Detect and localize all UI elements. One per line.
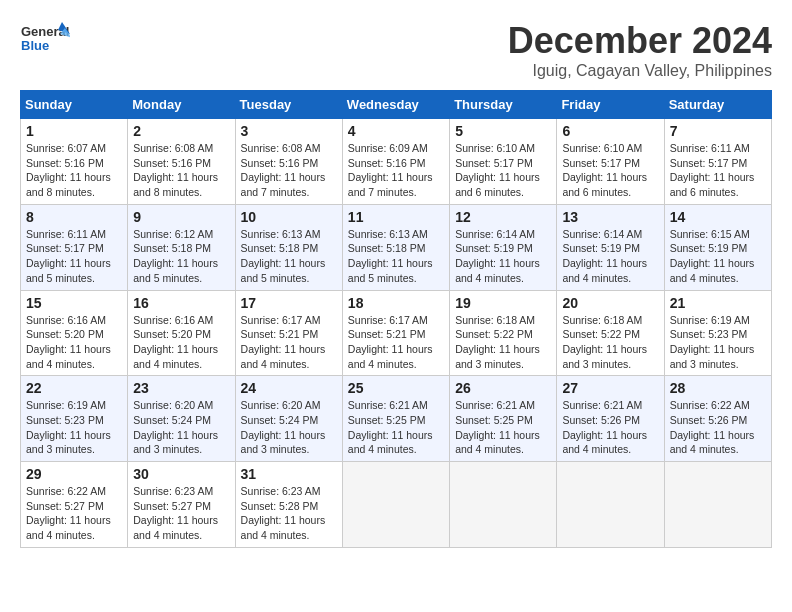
calendar-cell: 29Sunrise: 6:22 AMSunset: 5:27 PMDayligh…	[21, 462, 128, 548]
day-info: Sunrise: 6:18 AMSunset: 5:22 PMDaylight:…	[455, 313, 551, 372]
calendar-cell: 23Sunrise: 6:20 AMSunset: 5:24 PMDayligh…	[128, 376, 235, 462]
day-number: 31	[241, 466, 337, 482]
day-info: Sunrise: 6:15 AMSunset: 5:19 PMDaylight:…	[670, 227, 766, 286]
day-header-monday: Monday	[128, 91, 235, 119]
day-number: 17	[241, 295, 337, 311]
day-number: 23	[133, 380, 229, 396]
day-info: Sunrise: 6:22 AMSunset: 5:26 PMDaylight:…	[670, 398, 766, 457]
day-info: Sunrise: 6:14 AMSunset: 5:19 PMDaylight:…	[562, 227, 658, 286]
calendar-cell: 24Sunrise: 6:20 AMSunset: 5:24 PMDayligh…	[235, 376, 342, 462]
day-number: 30	[133, 466, 229, 482]
location-subtitle: Iguig, Cagayan Valley, Philippines	[508, 62, 772, 80]
day-number: 14	[670, 209, 766, 225]
day-number: 10	[241, 209, 337, 225]
calendar-cell: 27Sunrise: 6:21 AMSunset: 5:26 PMDayligh…	[557, 376, 664, 462]
day-info: Sunrise: 6:07 AMSunset: 5:16 PMDaylight:…	[26, 141, 122, 200]
calendar-header-row: SundayMondayTuesdayWednesdayThursdayFrid…	[21, 91, 772, 119]
calendar-cell: 11Sunrise: 6:13 AMSunset: 5:18 PMDayligh…	[342, 204, 449, 290]
day-number: 5	[455, 123, 551, 139]
calendar-cell: 31Sunrise: 6:23 AMSunset: 5:28 PMDayligh…	[235, 462, 342, 548]
day-info: Sunrise: 6:21 AMSunset: 5:25 PMDaylight:…	[348, 398, 444, 457]
calendar-cell: 26Sunrise: 6:21 AMSunset: 5:25 PMDayligh…	[450, 376, 557, 462]
day-number: 21	[670, 295, 766, 311]
calendar-cell: 21Sunrise: 6:19 AMSunset: 5:23 PMDayligh…	[664, 290, 771, 376]
calendar-cell: 19Sunrise: 6:18 AMSunset: 5:22 PMDayligh…	[450, 290, 557, 376]
day-info: Sunrise: 6:17 AMSunset: 5:21 PMDaylight:…	[348, 313, 444, 372]
day-info: Sunrise: 6:22 AMSunset: 5:27 PMDaylight:…	[26, 484, 122, 543]
day-info: Sunrise: 6:08 AMSunset: 5:16 PMDaylight:…	[133, 141, 229, 200]
day-info: Sunrise: 6:23 AMSunset: 5:28 PMDaylight:…	[241, 484, 337, 543]
day-info: Sunrise: 6:16 AMSunset: 5:20 PMDaylight:…	[133, 313, 229, 372]
day-info: Sunrise: 6:11 AMSunset: 5:17 PMDaylight:…	[670, 141, 766, 200]
calendar-table: SundayMondayTuesdayWednesdayThursdayFrid…	[20, 90, 772, 548]
day-info: Sunrise: 6:16 AMSunset: 5:20 PMDaylight:…	[26, 313, 122, 372]
day-info: Sunrise: 6:19 AMSunset: 5:23 PMDaylight:…	[26, 398, 122, 457]
day-number: 7	[670, 123, 766, 139]
day-number: 19	[455, 295, 551, 311]
day-info: Sunrise: 6:14 AMSunset: 5:19 PMDaylight:…	[455, 227, 551, 286]
day-number: 13	[562, 209, 658, 225]
calendar-cell	[450, 462, 557, 548]
day-info: Sunrise: 6:18 AMSunset: 5:22 PMDaylight:…	[562, 313, 658, 372]
day-number: 24	[241, 380, 337, 396]
title-section: December 2024 Iguig, Cagayan Valley, Phi…	[508, 20, 772, 80]
page-header: General Blue December 2024 Iguig, Cagaya…	[20, 20, 772, 80]
calendar-cell	[557, 462, 664, 548]
day-info: Sunrise: 6:11 AMSunset: 5:17 PMDaylight:…	[26, 227, 122, 286]
calendar-cell: 8Sunrise: 6:11 AMSunset: 5:17 PMDaylight…	[21, 204, 128, 290]
logo-svg: General Blue	[20, 20, 70, 65]
month-title: December 2024	[508, 20, 772, 62]
day-header-tuesday: Tuesday	[235, 91, 342, 119]
calendar-cell: 16Sunrise: 6:16 AMSunset: 5:20 PMDayligh…	[128, 290, 235, 376]
day-number: 8	[26, 209, 122, 225]
day-number: 2	[133, 123, 229, 139]
day-number: 15	[26, 295, 122, 311]
day-info: Sunrise: 6:21 AMSunset: 5:26 PMDaylight:…	[562, 398, 658, 457]
day-info: Sunrise: 6:20 AMSunset: 5:24 PMDaylight:…	[241, 398, 337, 457]
calendar-cell: 13Sunrise: 6:14 AMSunset: 5:19 PMDayligh…	[557, 204, 664, 290]
day-info: Sunrise: 6:19 AMSunset: 5:23 PMDaylight:…	[670, 313, 766, 372]
calendar-cell: 5Sunrise: 6:10 AMSunset: 5:17 PMDaylight…	[450, 119, 557, 205]
calendar-cell: 18Sunrise: 6:17 AMSunset: 5:21 PMDayligh…	[342, 290, 449, 376]
calendar-cell: 20Sunrise: 6:18 AMSunset: 5:22 PMDayligh…	[557, 290, 664, 376]
calendar-cell: 10Sunrise: 6:13 AMSunset: 5:18 PMDayligh…	[235, 204, 342, 290]
calendar-cell: 22Sunrise: 6:19 AMSunset: 5:23 PMDayligh…	[21, 376, 128, 462]
day-info: Sunrise: 6:23 AMSunset: 5:27 PMDaylight:…	[133, 484, 229, 543]
day-number: 18	[348, 295, 444, 311]
calendar-cell: 6Sunrise: 6:10 AMSunset: 5:17 PMDaylight…	[557, 119, 664, 205]
logo: General Blue	[20, 20, 70, 65]
day-number: 22	[26, 380, 122, 396]
day-info: Sunrise: 6:20 AMSunset: 5:24 PMDaylight:…	[133, 398, 229, 457]
calendar-cell	[664, 462, 771, 548]
day-header-sunday: Sunday	[21, 91, 128, 119]
day-number: 12	[455, 209, 551, 225]
calendar-week-row: 22Sunrise: 6:19 AMSunset: 5:23 PMDayligh…	[21, 376, 772, 462]
day-info: Sunrise: 6:21 AMSunset: 5:25 PMDaylight:…	[455, 398, 551, 457]
day-info: Sunrise: 6:13 AMSunset: 5:18 PMDaylight:…	[348, 227, 444, 286]
day-header-thursday: Thursday	[450, 91, 557, 119]
day-number: 25	[348, 380, 444, 396]
calendar-week-row: 8Sunrise: 6:11 AMSunset: 5:17 PMDaylight…	[21, 204, 772, 290]
calendar-cell: 3Sunrise: 6:08 AMSunset: 5:16 PMDaylight…	[235, 119, 342, 205]
calendar-cell: 28Sunrise: 6:22 AMSunset: 5:26 PMDayligh…	[664, 376, 771, 462]
day-number: 26	[455, 380, 551, 396]
calendar-week-row: 29Sunrise: 6:22 AMSunset: 5:27 PMDayligh…	[21, 462, 772, 548]
svg-text:Blue: Blue	[21, 38, 49, 53]
day-number: 27	[562, 380, 658, 396]
day-info: Sunrise: 6:10 AMSunset: 5:17 PMDaylight:…	[562, 141, 658, 200]
day-header-saturday: Saturday	[664, 91, 771, 119]
day-number: 11	[348, 209, 444, 225]
calendar-cell: 7Sunrise: 6:11 AMSunset: 5:17 PMDaylight…	[664, 119, 771, 205]
calendar-cell: 4Sunrise: 6:09 AMSunset: 5:16 PMDaylight…	[342, 119, 449, 205]
calendar-cell: 1Sunrise: 6:07 AMSunset: 5:16 PMDaylight…	[21, 119, 128, 205]
day-number: 20	[562, 295, 658, 311]
day-number: 9	[133, 209, 229, 225]
day-header-wednesday: Wednesday	[342, 91, 449, 119]
calendar-cell: 17Sunrise: 6:17 AMSunset: 5:21 PMDayligh…	[235, 290, 342, 376]
calendar-cell: 14Sunrise: 6:15 AMSunset: 5:19 PMDayligh…	[664, 204, 771, 290]
day-info: Sunrise: 6:10 AMSunset: 5:17 PMDaylight:…	[455, 141, 551, 200]
calendar-week-row: 1Sunrise: 6:07 AMSunset: 5:16 PMDaylight…	[21, 119, 772, 205]
day-number: 29	[26, 466, 122, 482]
calendar-cell	[342, 462, 449, 548]
day-number: 16	[133, 295, 229, 311]
